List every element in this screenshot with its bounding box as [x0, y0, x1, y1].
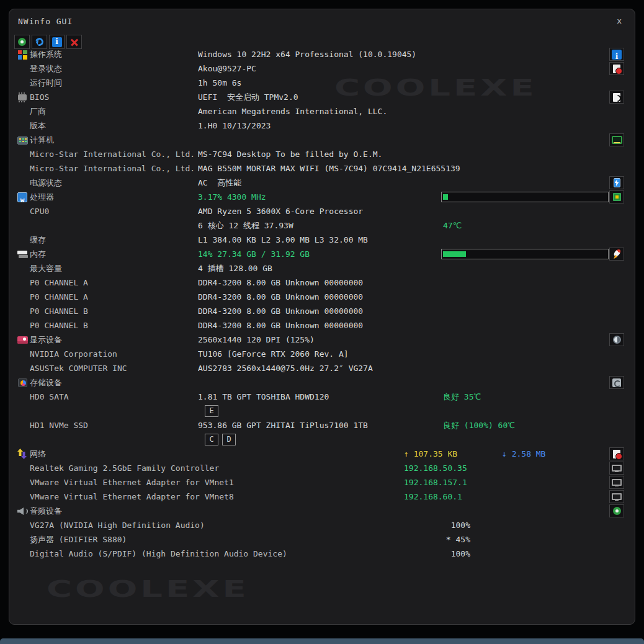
info-icon — [52, 37, 62, 47]
row-label: Micro-Star International Co., Ltd. — [30, 161, 195, 176]
row-value: 2560x1440 120 DPI (125%) — [198, 333, 315, 347]
row-value: 1h 50m 6s — [198, 76, 241, 90]
row-label: 最大容量 — [30, 261, 62, 275]
drive-letter-badge[interactable]: D — [222, 434, 236, 445]
row-bios-vendor: 厂商American Megatrends International, LLC… — [9, 104, 635, 119]
row-value: 6 核心 12 线程 37.93W — [198, 218, 293, 233]
audio-settings-button[interactable] — [609, 504, 624, 517]
boot-info-button[interactable] — [609, 91, 624, 104]
cpu-info-button[interactable] — [609, 190, 624, 203]
monitor-gray-icon — [612, 465, 622, 472]
row-hd0-volumes: E — [9, 404, 635, 418]
row-label: 缓存 — [30, 233, 46, 247]
bios-chip-icon — [18, 94, 27, 101]
power-button[interactable] — [609, 176, 624, 189]
computer-info-button[interactable] — [609, 133, 624, 146]
volume-percent: 100% — [406, 518, 470, 532]
row-audio: 音频设备 — [9, 504, 635, 518]
close-red-icon — [69, 37, 79, 47]
row-label: 操作系统 — [30, 47, 62, 61]
edit-network-button[interactable] — [609, 447, 624, 460]
row-dimm-b2: P0 CHANNEL BDDR4-3200 8.00 GB Unknown 00… — [9, 318, 635, 333]
display-card-icon — [17, 336, 28, 344]
row-value: 953.86 GB GPT ZHITAI TiPlus7100 1TB — [198, 418, 368, 432]
row-cpu: 处理器3.17% 4300 MHz — [9, 190, 635, 204]
row-value: AUS2783 2560x1440@75.0Hz 27.2″ VG27A — [198, 361, 373, 375]
row-value: 4 插槽 128.00 GB — [198, 261, 272, 275]
os-info-button[interactable] — [609, 48, 624, 61]
settings-gear-icon — [613, 507, 621, 515]
edit-user-button[interactable] — [609, 62, 624, 75]
health-temperature: 47℃ — [443, 218, 462, 233]
row-label: 厂商 — [30, 104, 46, 119]
monitor-gray-icon — [612, 493, 622, 500]
row-uptime: 运行时间1h 50m 6s — [9, 76, 635, 90]
row-hd1: HD1 NVMe SSD953.86 GB GPT ZHITAI TiPlus7… — [9, 418, 635, 432]
speaker-icon — [17, 506, 28, 517]
row-storage: 存储设备 — [9, 375, 635, 390]
usage-bar — [441, 249, 609, 259]
row-label: P0 CHANNEL A — [30, 275, 88, 290]
watermark-bottom: COOLEXE — [47, 575, 249, 602]
row-cpu0: CPU0AMD Ryzen 5 3600X 6-Core Processor — [9, 204, 635, 218]
row-value: UEFI 安全启动 TPMv2.0 — [198, 90, 298, 104]
desktop-edge — [0, 638, 644, 644]
drive-letter-badge[interactable]: C — [205, 434, 218, 445]
row-bios: BIOSUEFI 安全启动 TPMv2.0 — [9, 90, 635, 104]
row-label: 运行时间 — [30, 76, 62, 90]
row-label: VMware Virtual Ethernet Adapter for VMne… — [30, 475, 234, 490]
clean-memory-button[interactable] — [609, 248, 624, 261]
download-speed: ↓ 2.58 MB — [502, 447, 545, 461]
row-label: 扬声器 (EDIFIER S880) — [30, 532, 127, 547]
row-label: 内存 — [30, 247, 46, 261]
row-value: Akou@9527-PC — [198, 61, 256, 76]
titlebar: NWinfo GUI x — [9, 9, 635, 33]
row-label: P0 CHANNEL B — [30, 304, 88, 318]
adapter-button[interactable] — [609, 490, 624, 503]
volume-percent: * 45% — [406, 532, 470, 547]
adapter-button[interactable] — [609, 462, 624, 475]
info-rows: 操作系统Windows 10 22H2 x64 Professional (10… — [9, 47, 635, 561]
row-value: DDR4-3200 8.00 GB Unknown 00000000 — [198, 304, 363, 318]
row-system-product: Micro-Star International Co., Ltd.MS-7C9… — [9, 147, 635, 161]
row-power-state: 电源状态AC 高性能 — [9, 176, 635, 190]
row-monitor: ASUSTek COMPUTER INCAUS2783 2560x1440@75… — [9, 361, 635, 375]
adapter-button[interactable] — [609, 476, 624, 489]
row-label: VMware Virtual Ethernet Adapter for VMne… — [30, 490, 234, 504]
rocket-icon — [611, 249, 622, 260]
row-label: Realtek Gaming 2.5GbE Family Controller — [30, 461, 219, 475]
row-label: Digital Audio (S/PDIF) (High Definition … — [30, 547, 287, 561]
row-os: 操作系统Windows 10 22H2 x64 Professional (10… — [9, 47, 635, 61]
monitor-green-icon — [612, 136, 622, 144]
chip-green-icon — [613, 193, 621, 201]
row-label: CPU0 — [30, 204, 49, 218]
battery-bolt-icon — [614, 178, 620, 187]
drive-letter-badge[interactable]: E — [205, 405, 218, 417]
row-label: 登录状态 — [30, 61, 62, 76]
row-dimm-a2: P0 CHANNEL ADDR4-3200 8.00 GB Unknown 00… — [9, 290, 635, 304]
row-value: 1.H0 10/13/2023 — [198, 119, 271, 133]
volume-percent: 100% — [406, 547, 470, 561]
row-label: 显示设备 — [30, 333, 62, 347]
info-icon — [612, 50, 622, 60]
row-nic-vmnet8: VMware Virtual Ethernet Adapter for VMne… — [9, 490, 635, 504]
row-value: 3.17% 4300 MHz — [198, 190, 266, 204]
smart-disk-icon — [612, 378, 621, 387]
ip-address: 192.168.50.35 — [404, 461, 467, 475]
row-value: 1.81 TB GPT TOSHIBA HDWD120 — [198, 390, 329, 404]
row-memory-max: 最大容量4 插槽 128.00 GB — [9, 261, 635, 275]
motherboard-icon — [17, 136, 28, 145]
brightness-button[interactable] — [609, 333, 624, 346]
monitor-gray-icon — [612, 479, 622, 486]
window-close-button[interactable]: x — [617, 16, 622, 25]
row-label: 电源状态 — [30, 176, 62, 190]
row-baseboard: Micro-Star International Co., Ltd.MAG B5… — [9, 161, 635, 176]
memory-icon — [17, 251, 27, 254]
cpu-graph-icon — [17, 192, 27, 202]
smart-info-button[interactable] — [609, 376, 624, 389]
row-label: HD0 SATA — [30, 390, 69, 404]
row-nic-realtek: Realtek Gaming 2.5GbE Family Controller1… — [9, 461, 635, 475]
refresh-icon — [34, 37, 45, 47]
row-value: AC 高性能 — [198, 176, 241, 190]
row-value: L1 384.00 KB L2 3.00 MB L3 32.00 MB — [198, 233, 368, 247]
